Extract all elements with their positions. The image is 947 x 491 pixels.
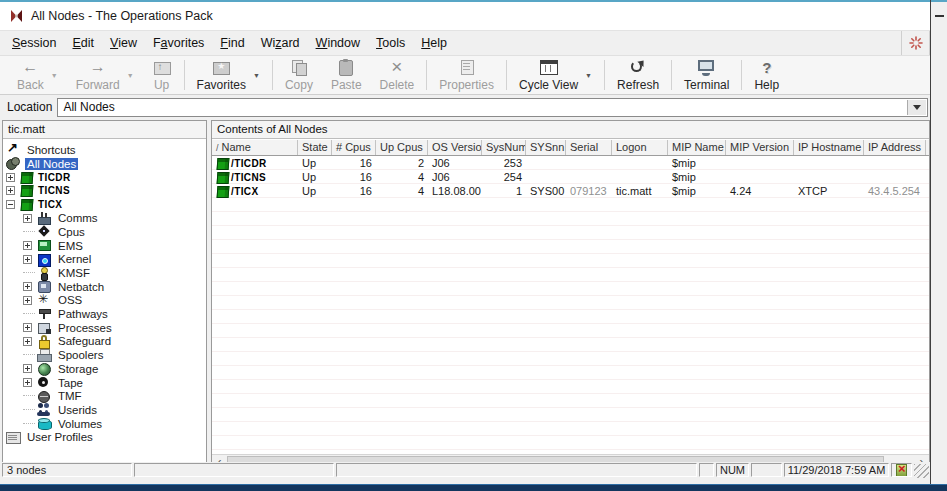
tree-item-cpus[interactable]: Cpus (3, 225, 206, 239)
toolbar-separator (671, 60, 672, 90)
tree-expander-icon[interactable] (23, 364, 32, 373)
safeguard-lock-icon (37, 335, 52, 348)
tree-item-user-profiles[interactable]: User Profiles (3, 430, 206, 444)
tree-item-safeguard[interactable]: Safeguard (3, 335, 206, 349)
process-box-icon (37, 321, 52, 334)
menu-item-window[interactable]: Window (308, 31, 368, 55)
column-header-name[interactable]: /Name (212, 140, 298, 155)
menu-item-help[interactable]: Help (413, 31, 455, 55)
tree-item-all-nodes[interactable]: All Nodes (3, 157, 206, 171)
column-header-ip_address[interactable]: IP Address (864, 140, 926, 155)
tree-item-volumes[interactable]: Volumes (3, 417, 206, 431)
resize-grip[interactable] (914, 464, 929, 478)
kernel-square-icon (37, 253, 52, 266)
cell-mip_name: $mip (668, 157, 726, 169)
table-row-ticx[interactable]: /TICXUp164L18.08.001SYS00079123tic.matt$… (212, 184, 929, 198)
titlebar[interactable]: All Nodes - The Operations Pack (0, 0, 930, 30)
tree-expander-icon[interactable] (23, 241, 32, 250)
tree-item-tmf[interactable]: TMF (3, 389, 206, 403)
tree-connector (23, 272, 35, 274)
tree-expander-icon[interactable] (6, 186, 15, 195)
cell-sysnn: SYS00 (526, 185, 566, 197)
dropdown-caret-icon[interactable]: ▼ (585, 72, 592, 79)
tree-expander-icon[interactable] (23, 255, 32, 264)
tree-item-shortcuts[interactable]: Shortcuts (3, 143, 206, 157)
table-row-ticns[interactable]: /TICNSUp164J06254$mip (212, 170, 929, 184)
help-button[interactable]: Help (745, 56, 788, 94)
menu-item-wizard[interactable]: Wizard (253, 31, 308, 55)
menu-item-find[interactable]: Find (212, 31, 252, 55)
tree-item-comms[interactable]: Comms (3, 211, 206, 225)
ems-monitor-icon (37, 239, 52, 252)
tree-item-ticx[interactable]: TICX (3, 198, 206, 212)
tree-item-pathways[interactable]: Pathways (3, 307, 206, 321)
toolbar-button-label: Back (17, 78, 44, 92)
column-header-ip_hostname[interactable]: IP Hostname (794, 140, 864, 155)
tree-item-ticns[interactable]: TICNS (3, 184, 206, 198)
tree-expander-icon[interactable] (23, 296, 32, 305)
tree-expander-icon[interactable] (6, 200, 15, 209)
background-window-strip (931, 0, 947, 487)
location-combo[interactable]: All Nodes (57, 98, 928, 117)
cell-serial: 079123 (566, 185, 612, 197)
column-header-os_version[interactable]: OS Version (428, 140, 482, 155)
userids-people-icon (37, 403, 52, 416)
tree-item-oss[interactable]: OSS (3, 294, 206, 308)
cycle-view-button[interactable]: Cycle View▼ (510, 56, 601, 94)
busy-starburst-icon (909, 36, 923, 50)
toolbar: Back▼Forward▼UpFavorites▼CopyPasteDelete… (0, 55, 930, 94)
cpu-chip-icon (37, 225, 52, 238)
dropdown-caret-icon: ▼ (127, 72, 134, 79)
tree-item-netbatch[interactable]: Netbatch (3, 280, 206, 294)
tree-item-processes[interactable]: Processes (3, 321, 206, 335)
tree-item-userids[interactable]: Userids (3, 403, 206, 417)
tree-item-tape[interactable]: Tape (3, 376, 206, 390)
column-header-cpus[interactable]: # Cpus (332, 140, 376, 155)
menu-item-edit[interactable]: Edit (64, 31, 102, 55)
cell-os_version: J06 (428, 157, 482, 169)
tree-expander-icon[interactable] (6, 173, 15, 182)
dropdown-caret-icon[interactable]: ▼ (253, 72, 260, 79)
tree-expander-icon[interactable] (23, 323, 32, 332)
column-header-serial[interactable]: Serial (566, 140, 612, 155)
cycle-view-grid-icon (539, 59, 559, 76)
menu-item-favorites[interactable]: Favorites (145, 31, 212, 55)
tree-item-spoolers[interactable]: Spoolers (3, 348, 206, 362)
status-message-pane: 3 nodes (2, 463, 132, 477)
node-cube-icon (20, 184, 32, 197)
toolbar-button-label: Up (154, 78, 169, 92)
toolbar-button-body: Properties (439, 59, 494, 92)
table-row-ticdr[interactable]: /TICDRUp162J06253$mip (212, 156, 929, 170)
column-header-sysnn[interactable]: SYSnn (526, 140, 566, 155)
tree-item-ticdr[interactable]: TICDR (3, 170, 206, 184)
tree-item-kmsf[interactable]: KMSF (3, 266, 206, 280)
tree-item-kernel[interactable]: Kernel (3, 253, 206, 267)
tree-item-storage[interactable]: Storage (3, 362, 206, 376)
favorites-button[interactable]: Favorites▼ (188, 56, 269, 94)
tree-item-ems[interactable]: EMS (3, 239, 206, 253)
column-header-up_cpus[interactable]: Up Cpus (376, 140, 428, 155)
terminal-button[interactable]: Terminal (675, 56, 738, 94)
tree-expander-icon[interactable] (23, 378, 32, 387)
cell-ip_hostname: XTCP (794, 185, 864, 197)
cell-mip_version: 4.24 (726, 185, 794, 197)
location-label: Location (7, 100, 52, 114)
tree-item-label: User Profiles (25, 431, 95, 443)
column-header-logon[interactable]: Logon (612, 140, 668, 155)
column-header-mip_name[interactable]: MIP Name (668, 140, 726, 155)
column-header-mip_version[interactable]: MIP Version (726, 140, 794, 155)
copy-button: Copy (276, 56, 322, 94)
refresh-button[interactable]: Refresh (608, 56, 668, 94)
menu-item-session[interactable]: Session (4, 31, 64, 55)
tree-expander-icon[interactable] (23, 214, 32, 223)
tree-expander-icon[interactable] (23, 337, 32, 346)
column-header-state[interactable]: State (298, 140, 332, 155)
toolbar-separator (741, 60, 742, 90)
location-dropdown-button[interactable] (907, 100, 926, 115)
toolbar-button-label: Paste (331, 78, 362, 92)
column-header-sysnum[interactable]: SysNum (482, 140, 526, 155)
menu-item-view[interactable]: View (102, 31, 145, 55)
menu-item-tools[interactable]: Tools (368, 31, 413, 55)
tree-expander-icon[interactable] (23, 282, 32, 291)
cell-name: /TICX (212, 185, 298, 198)
